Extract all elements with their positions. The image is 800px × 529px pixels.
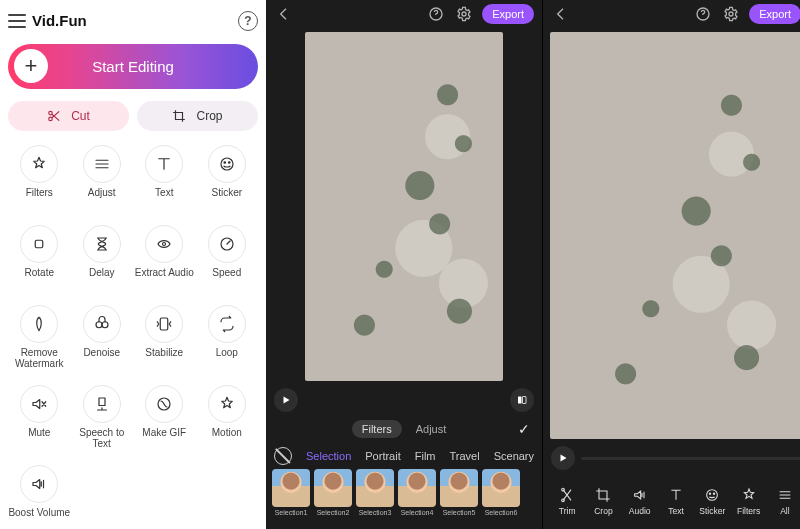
scissors-icon [47,109,61,123]
tool-gif[interactable]: Make GIF [133,385,196,449]
svg-point-8 [96,322,102,328]
tool-speed[interactable]: Speed [196,225,259,289]
play-button[interactable] [551,446,575,470]
svg-point-6 [163,243,166,246]
filter-category[interactable]: Travel [450,450,480,462]
bottom-tool-all[interactable]: All [767,487,800,516]
tool-label: Sticker [211,187,242,209]
tool-label: Make GIF [142,427,186,449]
tool-label: Rotate [25,267,54,289]
bottom-tool-label: Crop [594,506,612,516]
tool-rmwm[interactable]: RemoveWatermark [8,305,71,369]
tool-label: Text [155,187,173,209]
tool-delay[interactable]: Delay [71,225,134,289]
export-button[interactable]: Export [749,4,800,24]
timeline-bar [543,443,800,473]
help-icon[interactable]: ? [238,11,258,31]
help-icon[interactable] [693,4,713,24]
back-icon[interactable] [274,4,294,24]
tool-boost[interactable]: Boost Volume [8,465,71,529]
preview-frame[interactable] [550,32,800,439]
tab-filters[interactable]: Filters [352,420,402,438]
bottom-tool-label: All [780,506,789,516]
timeline-track[interactable] [581,457,800,460]
tool-stabilize[interactable]: Stabilize [133,305,196,369]
tool-adjust[interactable]: Adjust [71,145,134,209]
left-panel: Vid.Fun ? + Start Editing Cut Crop Filte… [0,0,266,529]
start-editing-button[interactable]: + Start Editing [8,44,258,89]
back-icon[interactable] [551,4,571,24]
tool-rotate[interactable]: Rotate [8,225,71,289]
brand-name: Vid.Fun [32,12,87,29]
menu-icon[interactable] [8,14,26,28]
preview-frame[interactable] [305,32,503,381]
denoise-icon [83,305,121,343]
filter-category-row: SelectionPortraitFilmTravelScenary [266,443,542,469]
tool-label: Filters [26,187,53,209]
tool-filters[interactable]: Filters [8,145,71,209]
filter-thumb[interactable]: Selection2 [314,469,352,516]
start-editing-label: Start Editing [8,58,258,75]
tool-sticker[interactable]: Sticker [196,145,259,209]
gear-icon[interactable] [721,4,741,24]
filters-icon [741,487,757,503]
svg-point-0 [49,111,53,115]
trim-icon [559,487,575,503]
filter-category[interactable]: Film [415,450,436,462]
compare-button[interactable] [510,388,534,412]
cut-crop-row: Cut Crop [8,101,258,131]
bottom-tool-filters[interactable]: Filters [730,487,766,516]
filter-thumb[interactable]: Selection4 [398,469,436,516]
tool-label: Extract Audio [135,267,194,289]
thumb-label: Selection6 [485,509,518,516]
svg-point-9 [102,322,108,328]
bottom-tool-sticker[interactable]: Sticker [694,487,730,516]
editor-top-bar: Export [543,0,800,28]
tool-stt[interactable]: Speech toText [71,385,134,449]
thumb-image [272,469,310,507]
bottom-tool-audio[interactable]: Audio [622,487,658,516]
thumb-image [356,469,394,507]
filter-category[interactable]: Scenary [494,450,534,462]
tool-text[interactable]: Text [133,145,196,209]
tool-denoise[interactable]: Denoise [71,305,134,369]
bottom-tool-crop[interactable]: Crop [585,487,621,516]
tool-label: Boost Volume [8,507,70,529]
all-icon [777,487,793,503]
tool-loop[interactable]: Loop [196,305,259,369]
svg-rect-10 [161,318,169,330]
preview-area [266,28,542,385]
filter-thumb[interactable]: Selection5 [440,469,478,516]
thumb-image [398,469,436,507]
filter-thumb[interactable]: Selection1 [272,469,310,516]
gear-icon[interactable] [454,4,474,24]
svg-point-1 [49,117,53,121]
tool-label: Delay [89,267,115,289]
play-button[interactable] [274,388,298,412]
tool-label: Motion [212,427,242,449]
filter-thumb[interactable]: Selection3 [356,469,394,516]
thumb-image [482,469,520,507]
tab-adjust[interactable]: Adjust [406,420,457,438]
cut-button[interactable]: Cut [8,101,129,131]
svg-rect-5 [36,240,44,248]
bottom-tool-text[interactable]: Text [658,487,694,516]
tool-extract[interactable]: Extract Audio [133,225,196,289]
thumb-image [314,469,352,507]
help-icon[interactable] [426,4,446,24]
svg-point-3 [224,162,226,164]
no-filter-icon[interactable] [274,447,292,465]
export-button[interactable]: Export [482,4,534,24]
brand-block: Vid.Fun [8,12,87,29]
svg-point-20 [707,489,718,500]
filter-thumb[interactable]: Selection6 [482,469,520,516]
tool-label: Mute [28,427,50,449]
check-icon[interactable]: ✓ [518,421,530,437]
bottom-tool-trim[interactable]: Trim [549,487,585,516]
crop-button[interactable]: Crop [137,101,258,131]
filter-category[interactable]: Portrait [365,450,400,462]
tool-motion[interactable]: Motion [196,385,259,449]
tool-mute[interactable]: Mute [8,385,71,449]
filter-category[interactable]: Selection [306,450,351,462]
svg-point-4 [228,162,230,164]
